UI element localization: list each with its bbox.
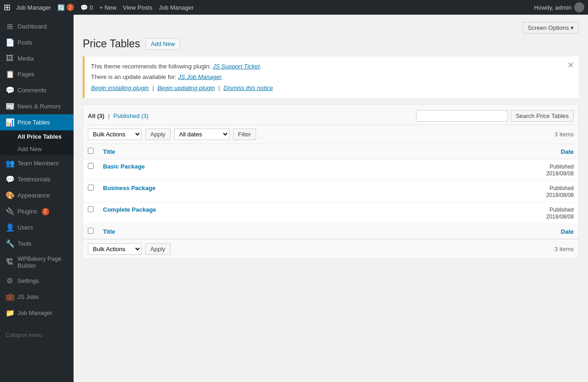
- layout: ⊞ Dashboard 📄 Posts 🖼 Media 📋 Pages 💬 Co…: [0, 15, 588, 382]
- filter-all[interactable]: All (3): [88, 112, 104, 119]
- sidebar-item-settings[interactable]: ⚙ Settings: [0, 273, 74, 289]
- sidebar-item-team-members[interactable]: 👥 Team Members: [0, 155, 74, 171]
- row-checkbox[interactable]: [88, 206, 94, 212]
- sidebar-label-team: Team Members: [17, 160, 59, 167]
- col-header-title[interactable]: Title: [98, 144, 400, 159]
- row-title-cell: Basic Package: [98, 159, 400, 181]
- adminbar-updates[interactable]: 🔄 2: [57, 4, 74, 11]
- row-checkbox[interactable]: [88, 185, 94, 191]
- notice-line2: There is an update available for: JS Job…: [91, 72, 572, 82]
- media-icon: 🖼: [6, 54, 14, 62]
- notice-dismiss-link[interactable]: Dismiss this notice: [223, 84, 273, 91]
- wp-logo-icon[interactable]: ⊞: [4, 2, 11, 12]
- plugin-notice: ✕ This theme recommends the following pl…: [83, 56, 579, 98]
- plugins-badge: 2: [42, 208, 49, 215]
- updates-count: 2: [67, 4, 74, 11]
- sidebar-item-posts[interactable]: 📄 Posts: [0, 34, 74, 51]
- sidebar-item-users[interactable]: 👤 Users: [0, 219, 74, 236]
- adminbar-comments[interactable]: 💬 0: [80, 4, 93, 11]
- sidebar: ⊞ Dashboard 📄 Posts 🖼 Media 📋 Pages 💬 Co…: [0, 15, 74, 382]
- row-status: Published: [549, 185, 574, 191]
- plugins-icon: 🔌: [6, 207, 14, 216]
- row-checkbox-cell: [83, 202, 98, 224]
- filter-button[interactable]: Filter: [233, 129, 257, 140]
- settings-icon: ⚙: [6, 276, 14, 285]
- row-title-link[interactable]: Basic Package: [103, 163, 145, 170]
- col-header-date[interactable]: Date: [400, 144, 578, 159]
- notice-update-link[interactable]: Begin updating plugin: [157, 84, 215, 91]
- price-tables-icon: 📊: [6, 118, 14, 127]
- bottom-tablenav: Bulk Actions Edit Move to Trash Apply 3 …: [83, 239, 578, 258]
- items-count-bottom: 3 items: [554, 246, 574, 253]
- screen-options-button[interactable]: Screen Options ▾: [523, 22, 579, 34]
- sidebar-item-wpbakery[interactable]: 🏗 WPBakery Page Builder: [0, 252, 74, 273]
- row-title-link[interactable]: Complete Package: [103, 206, 156, 213]
- table-head: Title Date: [83, 144, 578, 159]
- notice-line1: This theme recommends the following plug…: [91, 61, 572, 72]
- adminbar-view-posts[interactable]: View Posts: [123, 4, 152, 11]
- col-footer-title[interactable]: Title: [98, 224, 400, 239]
- sidebar-label-pages: Pages: [17, 71, 34, 78]
- sidebar-item-plugins[interactable]: 🔌 Plugins 2: [0, 203, 74, 219]
- sidebar-item-tools[interactable]: 🔧 Tools: [0, 236, 74, 252]
- row-checkbox[interactable]: [88, 163, 94, 169]
- notice-link-js-support[interactable]: JS Support Ticket: [212, 63, 259, 70]
- sidebar-item-appearance[interactable]: 🎨 Appearance: [0, 187, 74, 203]
- price-tables-table: Title Date Basic Package Published 2018/…: [83, 144, 578, 239]
- sidebar-subitem-all-price-tables[interactable]: All Price Tables: [0, 130, 74, 143]
- sidebar-item-price-tables[interactable]: 📊 Price Tables: [0, 114, 74, 130]
- wpbakery-icon: 🏗: [6, 258, 14, 266]
- select-all-col: [83, 144, 98, 159]
- row-status: Published: [549, 163, 574, 170]
- tools-icon: 🔧: [6, 239, 14, 248]
- sidebar-submenu-price-tables: All Price Tables Add New: [0, 130, 74, 155]
- sidebar-item-js-jobs[interactable]: 💼 JS Jobs: [0, 289, 74, 305]
- row-title-cell: Complete Package: [98, 202, 400, 224]
- filter-published[interactable]: Published (3): [114, 112, 149, 119]
- sidebar-subitem-add-new[interactable]: Add New: [0, 143, 74, 155]
- adminbar-new[interactable]: + New: [99, 4, 116, 11]
- posts-icon: 📄: [6, 38, 14, 47]
- row-date-cell: Published 2018/08/08: [400, 202, 578, 224]
- row-title-cell: Business Package: [98, 181, 400, 202]
- news-icon: 📰: [6, 102, 14, 111]
- adminbar-site[interactable]: Job Manager: [16, 4, 51, 11]
- sidebar-item-pages[interactable]: 📋 Pages: [0, 66, 74, 82]
- row-date-cell: Published 2018/08/08: [400, 181, 578, 202]
- select-all-checkbox[interactable]: [88, 148, 94, 154]
- appearance-icon: 🎨: [6, 191, 14, 200]
- notice-link-js-job-manager[interactable]: JS Job Manager: [178, 73, 222, 80]
- bulk-actions-select-bottom[interactable]: Bulk Actions Edit Move to Trash: [88, 243, 142, 255]
- users-icon: 👤: [6, 223, 14, 232]
- table-foot: Title Date: [83, 224, 578, 239]
- sidebar-label-dashboard: Dashboard: [17, 23, 47, 30]
- row-date-cell: Published 2018/08/08: [400, 159, 578, 181]
- sidebar-label-job-manager: Job Manager: [17, 309, 52, 316]
- notice-install-link[interactable]: Begin installing plugin: [91, 84, 149, 91]
- add-new-button[interactable]: Add New: [146, 38, 180, 50]
- sidebar-item-media[interactable]: 🖼 Media: [0, 51, 74, 66]
- sidebar-item-dashboard[interactable]: ⊞ Dashboard: [0, 18, 74, 34]
- sidebar-item-news-rumors[interactable]: 📰 News & Rumors: [0, 98, 74, 114]
- notice-close-button[interactable]: ✕: [567, 61, 574, 69]
- top-tablenav: Bulk Actions Edit Move to Trash Apply Al…: [83, 125, 578, 144]
- sidebar-item-job-manager[interactable]: 📁 Job Manager: [0, 305, 74, 321]
- apply-button-top[interactable]: Apply: [145, 129, 171, 140]
- search-price-tables-button[interactable]: Search Price Tables: [511, 110, 574, 122]
- team-icon: 👥: [6, 159, 14, 168]
- sidebar-label-price-tables: Price Tables: [17, 119, 50, 126]
- apply-button-bottom[interactable]: Apply: [145, 243, 171, 255]
- row-checkbox-cell: [83, 159, 98, 181]
- collapse-menu[interactable]: Collapse menu: [0, 328, 74, 342]
- adminbar-job-manager[interactable]: Job Manager: [159, 4, 194, 11]
- date-filter-select[interactable]: All dates August 2018: [174, 129, 229, 140]
- sidebar-item-testimonials[interactable]: 💬 Testimonials: [0, 171, 74, 187]
- search-input[interactable]: [416, 110, 508, 122]
- filter-views: All (3) | Published (3): [88, 112, 148, 119]
- col-footer-date[interactable]: Date: [400, 224, 578, 239]
- select-all-footer-checkbox[interactable]: [88, 228, 94, 234]
- row-title-link[interactable]: Business Package: [103, 185, 155, 191]
- bulk-actions-select-top[interactable]: Bulk Actions Edit Move to Trash: [88, 129, 142, 140]
- sidebar-item-comments[interactable]: 💬 Comments: [0, 82, 74, 98]
- table-row: Business Package Published 2018/08/08: [83, 181, 578, 202]
